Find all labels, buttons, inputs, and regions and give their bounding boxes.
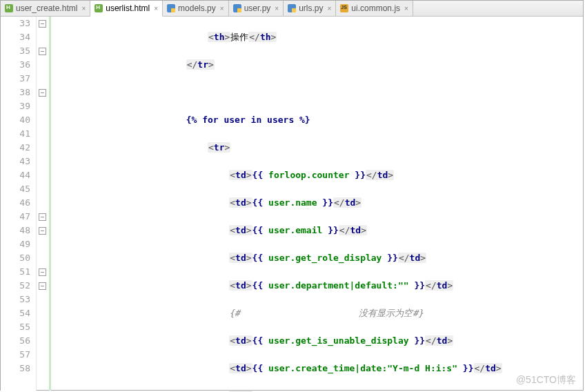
line-number: 44 [1, 168, 30, 182]
line-number: 48 [1, 224, 30, 237]
line-number: 34 [1, 30, 30, 44]
line-number: 39 [1, 99, 30, 113]
code-area[interactable]: <th>操作</th> </tr> {% for user in users %… [51, 17, 583, 391]
file-html-icon [95, 4, 103, 12]
fold-marker-icon[interactable]: − [39, 268, 46, 276]
close-icon[interactable]: × [81, 5, 86, 12]
line-number: 41 [1, 127, 30, 141]
line-number: 35 [1, 44, 30, 58]
tab-ui-common-js[interactable]: ui.common.js × [336, 1, 413, 16]
tab-label: user.py [244, 3, 271, 13]
fold-marker-icon[interactable]: − [39, 89, 46, 97]
ide-window: user_create.html × userlist.html × model… [0, 0, 584, 391]
line-number: 40 [1, 113, 30, 127]
tab-label: userlist.html [106, 3, 150, 13]
close-icon[interactable]: × [220, 5, 224, 12]
file-js-icon [340, 4, 348, 12]
line-number: 52 [1, 279, 30, 293]
code-text: for user in users [202, 115, 294, 125]
tab-label: user_create.html [16, 3, 77, 13]
tab-label: ui.common.js [351, 3, 400, 13]
line-number: 58 [1, 362, 30, 375]
fold-column: − − − − − − − [37, 17, 51, 391]
line-number-gutter: 3334353637383940414243444546474849505152… [1, 17, 37, 391]
tab-bar: user_create.html × userlist.html × model… [1, 1, 583, 17]
fold-marker-icon[interactable]: − [39, 282, 46, 290]
code-text: 操作 [230, 32, 248, 42]
code-editor[interactable]: 3334353637383940414243444546474849505152… [1, 17, 583, 391]
code-text: user.department|default:"" [268, 280, 409, 291]
line-number: 51 [1, 265, 30, 279]
fold-marker-icon[interactable]: − [39, 48, 46, 55]
tab-urls-py[interactable]: urls.py × [284, 1, 336, 16]
line-number: 36 [1, 58, 30, 72]
file-python-icon [233, 4, 241, 12]
watermark: @51CTO博客 [516, 373, 576, 386]
tab-userlist-html[interactable]: userlist.html × [90, 1, 163, 17]
line-number: 38 [1, 86, 30, 99]
line-number: 54 [1, 306, 30, 320]
close-icon[interactable]: × [154, 5, 158, 12]
code-text: user.get_role_display [268, 253, 381, 263]
line-number: 56 [1, 334, 30, 348]
close-icon[interactable]: × [404, 5, 408, 12]
file-html-icon [5, 4, 13, 12]
line-number: 46 [1, 196, 30, 210]
tab-models-py[interactable]: models.py × [163, 1, 229, 16]
tab-label: models.py [178, 3, 216, 13]
file-python-icon [288, 4, 296, 12]
file-python-icon [167, 4, 175, 12]
line-number: 45 [1, 182, 30, 196]
line-number: 53 [1, 293, 30, 306]
close-icon[interactable]: × [328, 5, 332, 12]
tab-user-create-html[interactable]: user_create.html × [1, 1, 90, 16]
line-number: 49 [1, 237, 30, 251]
line-number: 37 [1, 72, 30, 86]
line-number: 42 [1, 141, 30, 155]
line-number: 55 [1, 320, 30, 334]
code-text: forloop.counter [268, 170, 349, 180]
close-icon[interactable]: × [275, 5, 279, 12]
code-text: user.create_time|date:"Y-m-d H:i:s" [268, 363, 457, 373]
fold-marker-icon[interactable]: − [39, 227, 46, 235]
line-number: 33 [1, 17, 30, 30]
fold-marker-icon[interactable]: − [39, 20, 46, 28]
code-text: user.name [268, 197, 317, 208]
code-comment: {# [229, 308, 240, 318]
tab-user-py[interactable]: user.py × [229, 1, 284, 16]
code-text: user.get_is_unable_display [268, 335, 409, 346]
line-number: 47 [1, 210, 30, 224]
code-text: user.email [268, 225, 322, 235]
line-number: 43 [1, 155, 30, 168]
tab-label: urls.py [299, 3, 323, 13]
fold-marker-icon[interactable]: − [39, 213, 46, 221]
code-comment: 没有显示为空#} [359, 308, 424, 318]
line-number: 50 [1, 251, 30, 265]
line-number: 57 [1, 348, 30, 362]
